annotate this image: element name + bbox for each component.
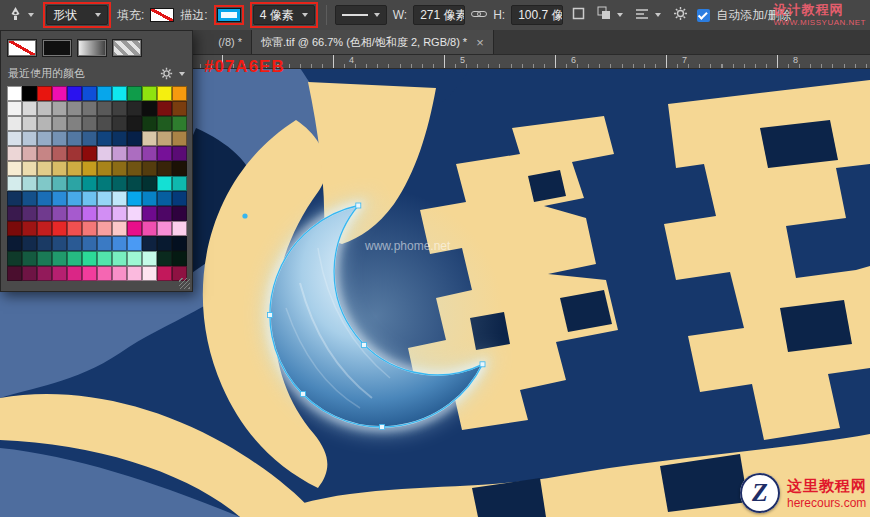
color-swatch[interactable] [7, 86, 22, 101]
auto-add-delete-checkbox[interactable] [697, 9, 710, 22]
color-swatch[interactable] [127, 206, 142, 221]
color-swatch[interactable] [22, 266, 37, 281]
color-swatch[interactable] [172, 206, 187, 221]
color-swatch[interactable] [97, 176, 112, 191]
color-swatch[interactable] [67, 251, 82, 266]
color-swatch[interactable] [127, 146, 142, 161]
color-swatch[interactable] [67, 191, 82, 206]
color-swatch[interactable] [172, 86, 187, 101]
color-swatch[interactable] [7, 221, 22, 236]
color-swatch[interactable] [97, 116, 112, 131]
color-swatch[interactable] [127, 236, 142, 251]
color-swatch[interactable] [127, 101, 142, 116]
color-swatch[interactable] [142, 101, 157, 116]
width-input[interactable]: 271 像素 [413, 5, 465, 25]
color-swatch[interactable] [67, 236, 82, 251]
color-swatch[interactable] [22, 206, 37, 221]
color-swatch[interactable] [172, 116, 187, 131]
color-swatch[interactable] [112, 101, 127, 116]
color-swatch[interactable] [52, 266, 67, 281]
color-swatch[interactable] [37, 176, 52, 191]
color-swatch[interactable] [52, 176, 67, 191]
color-swatch[interactable] [82, 206, 97, 221]
color-swatch[interactable] [112, 191, 127, 206]
color-swatch[interactable] [97, 161, 112, 176]
color-swatch[interactable] [7, 206, 22, 221]
color-swatch[interactable] [52, 161, 67, 176]
color-swatch[interactable] [127, 176, 142, 191]
color-swatch[interactable] [37, 101, 52, 116]
color-swatch[interactable] [82, 251, 97, 266]
color-swatch[interactable] [97, 86, 112, 101]
height-input[interactable]: 100.7 像 [511, 5, 563, 25]
color-swatch[interactable] [82, 236, 97, 251]
link-dimensions-icon[interactable] [471, 6, 487, 24]
color-swatch[interactable] [172, 191, 187, 206]
color-swatch[interactable] [22, 101, 37, 116]
color-swatch[interactable] [67, 116, 82, 131]
color-swatch[interactable] [157, 236, 172, 251]
gear-button[interactable] [670, 3, 691, 27]
color-swatch[interactable] [82, 221, 97, 236]
color-swatch[interactable] [112, 146, 127, 161]
color-swatch[interactable] [37, 146, 52, 161]
color-swatch[interactable] [7, 251, 22, 266]
panel-resize-grip[interactable] [179, 278, 190, 289]
color-swatch[interactable] [172, 221, 187, 236]
color-swatch[interactable] [127, 86, 142, 101]
color-swatch[interactable] [127, 191, 142, 206]
color-swatch[interactable] [157, 191, 172, 206]
color-swatch[interactable] [82, 101, 97, 116]
color-swatch[interactable] [37, 116, 52, 131]
moon-image[interactable] [206, 151, 546, 481]
color-swatch[interactable] [142, 191, 157, 206]
color-swatch[interactable] [37, 251, 52, 266]
color-swatch[interactable] [22, 131, 37, 146]
color-swatch[interactable] [157, 251, 172, 266]
color-swatch[interactable] [52, 251, 67, 266]
color-swatch[interactable] [22, 116, 37, 131]
color-swatch[interactable] [7, 101, 22, 116]
panel-gear-button[interactable] [160, 67, 185, 80]
solid-color-button[interactable] [42, 39, 72, 57]
path-selection-button[interactable] [569, 3, 588, 27]
color-swatch[interactable] [112, 266, 127, 281]
color-swatch[interactable] [172, 251, 187, 266]
color-swatch[interactable] [157, 131, 172, 146]
stroke-width-dropdown[interactable]: 4 像素 [253, 5, 315, 25]
color-swatch[interactable] [67, 101, 82, 116]
color-swatch[interactable] [142, 221, 157, 236]
color-swatch[interactable] [52, 206, 67, 221]
color-swatch[interactable] [67, 266, 82, 281]
color-swatch[interactable] [37, 236, 52, 251]
color-swatch[interactable] [142, 236, 157, 251]
color-swatch[interactable] [82, 161, 97, 176]
no-color-button[interactable] [7, 39, 37, 57]
color-swatch[interactable] [112, 251, 127, 266]
path-operations-button[interactable] [594, 3, 626, 27]
color-swatch[interactable] [142, 86, 157, 101]
color-swatch[interactable] [67, 146, 82, 161]
color-swatch[interactable] [37, 266, 52, 281]
color-swatch[interactable] [22, 146, 37, 161]
color-swatch[interactable] [37, 206, 52, 221]
color-swatch[interactable] [172, 146, 187, 161]
color-swatch[interactable] [52, 221, 67, 236]
gradient-button[interactable] [77, 39, 107, 57]
color-swatch[interactable] [157, 266, 172, 281]
color-swatch[interactable] [82, 266, 97, 281]
color-swatch[interactable] [7, 146, 22, 161]
color-swatch[interactable] [67, 86, 82, 101]
color-swatch[interactable] [112, 116, 127, 131]
color-swatch[interactable] [52, 146, 67, 161]
color-swatch[interactable] [97, 236, 112, 251]
color-swatch[interactable] [22, 86, 37, 101]
color-swatch[interactable] [22, 161, 37, 176]
color-swatch[interactable] [112, 161, 127, 176]
color-swatch[interactable] [52, 86, 67, 101]
color-swatch[interactable] [142, 251, 157, 266]
color-swatch[interactable] [37, 221, 52, 236]
color-swatch[interactable] [142, 131, 157, 146]
color-swatch[interactable] [97, 221, 112, 236]
color-swatch[interactable] [97, 251, 112, 266]
